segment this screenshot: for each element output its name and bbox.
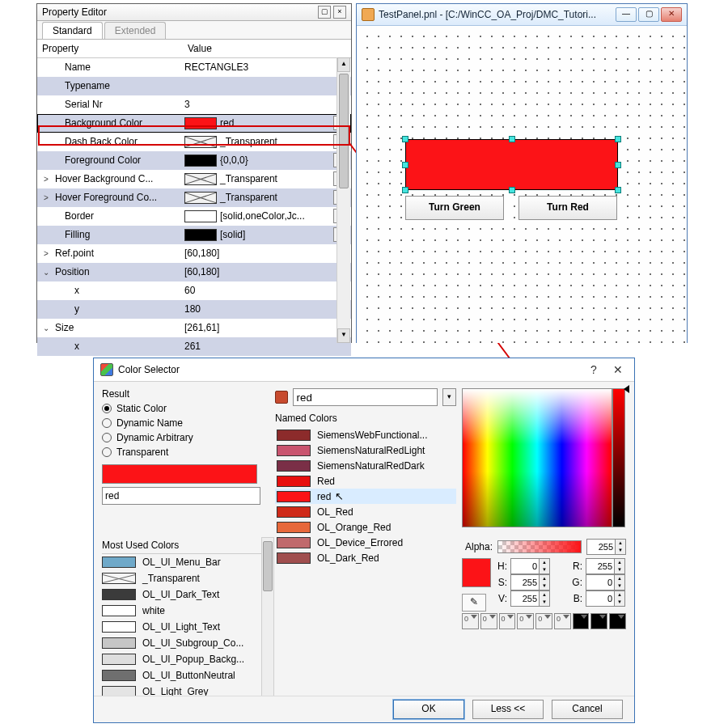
test-panel-titlebar[interactable]: TestPanel.pnl - [C:/WinCC_OA_Proj/DMC_Tu… xyxy=(357,4,687,26)
property-value[interactable]: _Transparent xyxy=(220,173,330,184)
property-value[interactable]: [60,180] xyxy=(184,266,351,277)
property-row[interactable]: Serial Nr3 xyxy=(37,95,351,114)
property-row[interactable]: ⌄Position[60,180] xyxy=(37,263,351,281)
recent-slot[interactable]: 0 xyxy=(535,613,552,629)
resize-handle[interactable] xyxy=(509,136,515,142)
result-name-input[interactable] xyxy=(102,487,260,505)
property-value[interactable]: [261,61] xyxy=(184,322,351,333)
help-button[interactable]: ? xyxy=(584,363,603,376)
most-used-item[interactable]: OL_UI_Subgroup_Co... xyxy=(102,635,264,651)
v-spinner[interactable]: ▲▼ xyxy=(510,590,550,607)
tab-standard[interactable]: Standard xyxy=(42,22,103,39)
named-color-item[interactable]: SiemensNaturalRedLight xyxy=(275,442,456,458)
scroll-up-icon[interactable]: ▲ xyxy=(337,57,350,72)
g-spinner[interactable]: ▲▼ xyxy=(586,574,625,590)
recent-slot[interactable] xyxy=(590,613,607,629)
column-value[interactable]: Value xyxy=(183,43,351,54)
resize-handle[interactable] xyxy=(402,187,408,193)
color-search-input[interactable] xyxy=(293,388,438,406)
property-row[interactable]: >Ref.point[60,180] xyxy=(37,244,351,263)
minimize-button[interactable]: — xyxy=(616,7,637,22)
turn-green-button[interactable]: Turn Green xyxy=(405,196,504,220)
radio-transparent[interactable]: Transparent xyxy=(102,447,264,458)
resize-handle[interactable] xyxy=(402,136,408,142)
property-row[interactable]: >Hover Foreground Co..._Transparent… xyxy=(37,188,351,207)
value-slider-pointer[interactable] xyxy=(624,385,629,393)
property-value[interactable]: _Transparent xyxy=(220,136,330,147)
property-scrollbar[interactable]: ▲ ▼ xyxy=(336,57,350,343)
panel-canvas[interactable]: Turn Green Turn Red xyxy=(357,26,687,343)
rectangle-shape[interactable] xyxy=(405,139,618,190)
resize-handle[interactable] xyxy=(402,162,408,168)
ok-button[interactable]: OK xyxy=(393,700,464,719)
color-selector-titlebar[interactable]: Color Selector ? ✕ xyxy=(94,358,634,382)
named-color-item[interactable]: Red xyxy=(275,473,456,489)
turn-red-button[interactable]: Turn Red xyxy=(518,196,617,220)
named-color-item[interactable]: OL_Device_Errored xyxy=(275,535,456,550)
h-spinner[interactable]: ▲▼ xyxy=(510,558,550,574)
named-color-item[interactable]: red↖ xyxy=(275,489,456,504)
named-color-item[interactable]: OL_Orange_Red xyxy=(275,519,456,535)
property-row[interactable]: Filling[solid]… xyxy=(37,226,351,244)
most-used-item[interactable]: OL_UI_Menu_Bar xyxy=(102,554,264,570)
most-used-item[interactable]: OL_UI_Light_Text xyxy=(102,619,264,635)
property-row[interactable]: Dash Back Color_Transparent… xyxy=(37,133,351,151)
property-value[interactable]: [solid] xyxy=(220,229,330,240)
property-row[interactable]: x261 xyxy=(37,337,351,356)
alpha-spinner[interactable]: ▲▼ xyxy=(586,539,626,555)
color-spectrum[interactable] xyxy=(462,388,612,527)
resize-handle[interactable] xyxy=(615,187,621,193)
recent-slot[interactable]: 0 xyxy=(517,613,534,629)
most-used-item[interactable]: OL_UI_Popup_Backg... xyxy=(102,651,264,667)
close-button[interactable]: ✕ xyxy=(608,363,628,376)
most-used-item[interactable]: OL_UI_Dark_Text xyxy=(102,586,264,603)
property-value[interactable]: red xyxy=(220,117,330,129)
property-value[interactable]: _Transparent xyxy=(220,192,330,203)
r-spinner[interactable]: ▲▼ xyxy=(586,558,625,574)
resize-handle[interactable] xyxy=(615,162,621,168)
property-row[interactable]: Typename xyxy=(37,77,351,95)
named-color-item[interactable]: OL_Red xyxy=(275,504,456,519)
property-row[interactable]: Foreground Color{0,0,0}… xyxy=(37,151,351,170)
property-value[interactable]: [solid,oneColor,Jc... xyxy=(220,210,330,222)
alpha-input[interactable] xyxy=(586,539,616,555)
scroll-down-icon[interactable]: ▼ xyxy=(337,328,350,343)
column-property[interactable]: Property xyxy=(37,43,183,54)
property-value[interactable]: 261 xyxy=(184,341,351,352)
most-used-item[interactable]: _Transparent xyxy=(102,570,264,586)
maximize-button[interactable]: ▢ xyxy=(638,7,659,22)
property-row[interactable]: x60 xyxy=(37,281,351,300)
property-value[interactable]: 3 xyxy=(184,99,351,110)
recent-slot[interactable]: 0 xyxy=(462,613,479,629)
property-editor-titlebar[interactable]: Property Editor ▢ × xyxy=(37,4,351,21)
value-slider[interactable] xyxy=(612,388,625,527)
s-spinner[interactable]: ▲▼ xyxy=(510,574,550,590)
radio-dynamic-arbitrary[interactable]: Dynamic Arbitrary xyxy=(102,432,264,443)
property-row[interactable]: Background Colorred… xyxy=(37,114,351,133)
property-value[interactable]: {0,0,0} xyxy=(220,154,330,166)
recent-slot[interactable]: 0 xyxy=(499,613,516,629)
property-row[interactable]: Border[solid,oneColor,Jc...… xyxy=(37,207,351,226)
close-icon[interactable]: × xyxy=(333,6,346,19)
property-row[interactable]: y180 xyxy=(37,300,351,319)
most-used-item[interactable]: white xyxy=(102,603,264,619)
scroll-thumb[interactable] xyxy=(263,541,273,591)
recent-slot[interactable] xyxy=(609,613,626,629)
named-color-item[interactable]: SiemensWebFunctional... xyxy=(275,427,456,442)
resize-handle[interactable] xyxy=(615,136,621,142)
tab-extended[interactable]: Extended xyxy=(104,22,167,39)
named-color-item[interactable]: OL_Dark_Red xyxy=(275,550,456,565)
radio-dynamic-name[interactable]: Dynamic Name xyxy=(102,417,264,429)
most-used-scrollbar[interactable] xyxy=(261,537,274,700)
property-row[interactable]: ⌄Size[261,61] xyxy=(37,319,351,337)
cancel-button[interactable]: Cancel xyxy=(552,700,623,719)
close-button[interactable]: ✕ xyxy=(661,7,682,22)
recent-slot[interactable]: 0 xyxy=(554,613,571,629)
alpha-slider[interactable] xyxy=(497,540,582,553)
undock-icon[interactable]: ▢ xyxy=(318,6,331,19)
recent-slot[interactable]: 0 xyxy=(480,613,497,629)
named-color-item[interactable]: SiemensNaturalRedDark xyxy=(275,458,456,473)
property-row[interactable]: >Hover Background C..._Transparent… xyxy=(37,170,351,188)
property-value[interactable]: 60 xyxy=(184,285,351,296)
eyedropper-button[interactable]: ✎ xyxy=(462,594,486,612)
